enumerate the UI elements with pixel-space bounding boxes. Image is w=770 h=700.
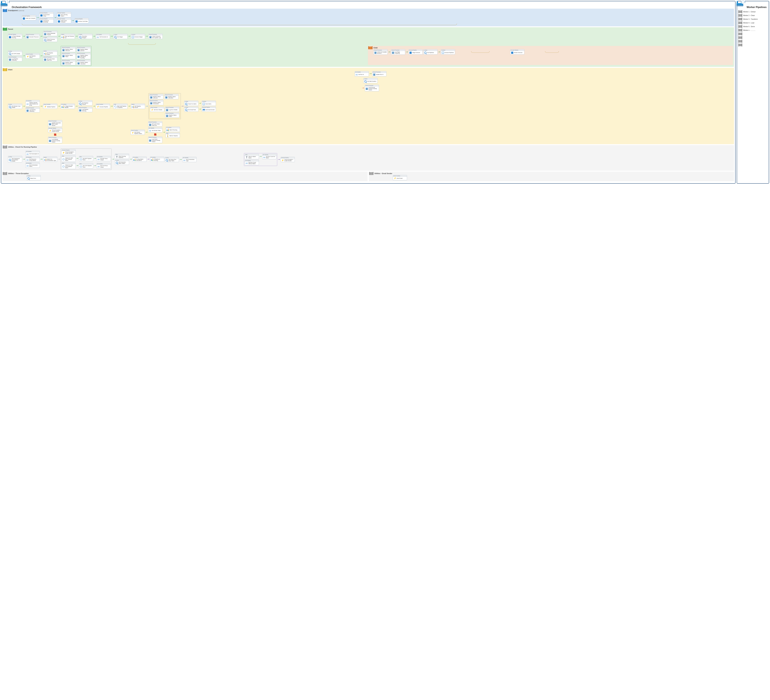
worker-pipelines-panel: ⟆ Worker Pipelines Worker 1 - Extract Wo… — [737, 1, 769, 184]
activity-is-target-valid[interactable]: If ConditionIs Target Worker Validate — [61, 104, 75, 109]
case-failed[interactable]: Stored ProcedurePipeline Status Failed — [61, 53, 76, 59]
activity-set-result[interactable]: SwitchSet Pipeline Result — [131, 104, 145, 109]
activity-set-orch-name[interactable]: Set Variable(x)Set Orchestrator Name — [26, 162, 40, 168]
case2-unknown[interactable]: Stored ProcedurePipeline Status Unknown — [149, 94, 163, 99]
activity-validate-pipe[interactable]: Azure Function⚡Validate Pipeline — [43, 104, 57, 109]
case2-cancelled[interactable]: Stored ProcedurePipeline Status Cancelle… — [164, 94, 178, 99]
activity-check-outcome[interactable]: Stored ProcedureCheck Outcome and Update… — [149, 34, 163, 39]
activity-check-meta[interactable]: Stored ProcedureCheck Metadata Integrity — [43, 31, 57, 36]
activity-call-email[interactable]: Execute PipelineCall Email Sender — [202, 107, 216, 112]
activity-get-query-days[interactable]: LookupGet Query Run Days Value — [165, 157, 179, 162]
batch-branch-group: FilterFilter for Batch Name Set Variable… — [244, 153, 277, 166]
activity-env-setup[interactable]: Execute PipelineEnvironment Setup — [39, 12, 53, 18]
activity-is-parent-running[interactable]: Execute PipelineIs Parent Already Runnin… — [8, 34, 22, 39]
activity-set-last-check-2[interactable]: Stored ProcedureSet Last Check DateTime — [148, 121, 162, 126]
activity-check-blockers[interactable]: Stored ProcedureCheck and Update Blocker… — [374, 49, 388, 55]
activity-archive[interactable]: Execute PipelineArchive Cold Data — [74, 18, 89, 23]
activity-throw-invalid[interactable]: Execute Pipeline⚡Throw Exception – Inval… — [48, 127, 62, 133]
activity-log-running[interactable]: Stored ProcedureLog Pipeline Running — [78, 107, 92, 112]
activity-update-invalid[interactable]: Stored ProcedureUpdate Execution With In… — [48, 120, 62, 127]
activity-wait-until[interactable]: UntilWait Until Pipeline Completes — [113, 104, 128, 109]
worker-item[interactable]: Worker n - ……… — [738, 28, 768, 32]
activity-raise-error[interactable]: LookupRaise Error — [26, 175, 40, 180]
activity-get-adf-runs[interactable]: WebGet ADF Pipeline Runs — [79, 156, 93, 161]
worker-item[interactable]: Worker 1 - Extract — [738, 10, 768, 13]
activity-update-run-id[interactable]: Stored ProcedureUpdate Run Id — [372, 71, 387, 76]
case-unknown[interactable]: Stored ProcedurePipeline Status Unknown — [61, 47, 76, 52]
activity-set-count-no-batch[interactable]: Set Variable(x)Set Run Count Without Bat… — [245, 160, 259, 165]
activity-bootstrap[interactable]: Execute PipelineFramework Bootstrap — [39, 18, 53, 23]
activity-get-wait-dur[interactable]: LookupGet Wait Duration — [364, 78, 378, 83]
activity-send-alerts[interactable]: ForEachSend Alerts — [202, 100, 216, 106]
activity-get-orch-details[interactable]: LookupGet Framework Orchestrator Details — [8, 156, 22, 162]
activity-check-adf-name[interactable]: WebCheck for Valid ADF Pipeline Name — [61, 155, 76, 162]
activity-exec-stages[interactable]: ForEachExecute Stages — [131, 34, 145, 39]
case-cancelled[interactable]: Stored ProcedurePipeline Status Cancelle… — [76, 60, 91, 65]
activity-throw-invalid-3[interactable]: Execute Pipeline⚡Throw Exception – Inval… — [281, 157, 295, 162]
activity-check-prev[interactable]: LookupCheck Previous Execution — [43, 37, 57, 42]
activity-get-exec-batch[interactable]: LookupGet Execution Batch Status — [115, 159, 129, 165]
activity-stage-executor[interactable]: Execute PipelineStage Executor — [409, 49, 423, 55]
activity-set-adf-out[interactable]: Set Variable(x)Set ADF Runs Output — [97, 156, 111, 161]
case-queued[interactable]: Stored ProcedurePipeline Status Queued — [76, 47, 91, 52]
activity-set-syn-out[interactable]: Set Variable(x)Set SYN Runs Output — [97, 163, 111, 169]
activity-log-exec-fail[interactable]: Stored ProcedureLog Execute Function Act… — [365, 85, 379, 91]
activity-set-orch-type[interactable]: Set Variable(x)Set Orchestrator Type — [182, 157, 196, 162]
activity-switch-orch[interactable]: SwitchSwitch For Orchestrator Type — [43, 157, 57, 162]
activity-exec-pipelines[interactable]: ForEachExecute Pipelines — [441, 49, 455, 55]
activity-check-alerts[interactable]: LookupCheck For Alerts — [184, 100, 198, 106]
section-util-email: Utilities – Email Sender Azure Function⚡… — [369, 172, 734, 181]
activity-set-rg-name[interactable]: Set Variable(x)Set Resource Group Name — [26, 157, 40, 162]
activity-log-validate-fail[interactable]: Stored ProcedureLog Validate Function Ac… — [48, 137, 62, 143]
activity-send-email[interactable]: Azure Function⚡Send Email — [393, 175, 407, 180]
activity-execute-pipe[interactable]: Azure Function⚡Execute Pipeline — [96, 104, 110, 109]
activity-set-worker-state[interactable]: Set Variable(x)Set Worker State — [148, 127, 162, 133]
activity-log-err-details[interactable]: Stored ProcedureLog Error Details — [165, 107, 179, 112]
activity-wait-if-running[interactable]: If ConditionWait If Running — [166, 126, 180, 132]
activity-if-running[interactable]: If ConditionIf Pipeline Is Running — [150, 157, 164, 162]
activity-set-run-id[interactable]: Set Variable(x)Set Run Id — [355, 71, 369, 76]
activity-log-stage-prep[interactable]: Stored ProcedureLog Stage Preparing — [391, 49, 405, 55]
activity-set-count-batch[interactable]: Set Variable(x)Set Run Count for Batch — [262, 154, 277, 159]
activity-wait-for-pipe[interactable]: WaitWait for Pipeline — [166, 133, 180, 138]
worker-item[interactable]: Worker 4 - Load — [738, 21, 768, 25]
activity-get-email-parts[interactable]: LookupGet Email Parts — [184, 107, 198, 112]
activity-get-pipe-status[interactable]: Azure Function⚡Get Pipeline Status — [26, 53, 40, 59]
section-label: Utilities – Email Sender — [374, 173, 392, 174]
activity-scale-up[interactable]: Execute PipelineScale Up Compute — [22, 15, 36, 20]
worker-item[interactable]: Worker 3 - Transform — [738, 17, 768, 21]
activity-sync[interactable]: Execute PipelineSync Serving Layers — [57, 12, 71, 18]
activity-get-params[interactable]: LookupGet Pipeline Params — [78, 100, 92, 106]
activity-set-pipe-status[interactable]: SwitchSet Pipeline Status — [43, 50, 57, 56]
case-succeeded[interactable]: Stored ProcedurePipeline Status Succeede… — [61, 60, 76, 65]
activity-get-worker-status[interactable]: Azure Function⚡Get Worker Pipeline Statu… — [131, 130, 145, 135]
case2-failed[interactable]: Stored ProcedurePipeline Status Failed — [165, 112, 179, 118]
case2-succeeded[interactable]: Stored ProcedurePipeline Status Succeede… — [149, 100, 163, 105]
activity-set-exec-id[interactable]: Set Variable(x)Set Execution Id — [96, 34, 110, 39]
worker-item[interactable]: Worker 5 - Serve — [738, 25, 768, 28]
activity-exec-precursor[interactable]: Stored ProcedureExecute Precursor — [26, 34, 40, 39]
activity-filter-running[interactable]: FilterFilter Running Pipelines — [115, 154, 129, 159]
activity-worker-executor[interactable]: Execute PipelineWorker Executor — [510, 49, 524, 55]
activity-check-syn-name[interactable]: WebCheck for Valid SYN Pipeline Name — [61, 162, 76, 169]
case-inprogress[interactable]: Stored ProcedurePipeline Status InProgre… — [76, 53, 91, 59]
activity-capture-array[interactable]: Set Variable(x)Capture Worker Core Detai… — [26, 100, 40, 107]
activity-set-sub-id[interactable]: Set Variable(x)Set Subscription Id — [26, 151, 40, 156]
activity-get-spn[interactable]: LookupGet SPN Details — [8, 50, 22, 56]
activity-exec-wrapper[interactable]: LookupExecution Wrapper — [78, 34, 92, 39]
activity-get-worker-core[interactable]: LookupGet Worker Core Details — [8, 104, 22, 109]
activity-log-validating[interactable]: Stored ProcedureLog Pipeline Validating — [26, 107, 40, 112]
activity-get-stages[interactable]: LookupGet Stages — [113, 34, 128, 39]
activity-throw-invalid-2[interactable]: Execute Pipeline⚡Throw Exception – Inval… — [61, 149, 76, 155]
activity-get-syn-runs[interactable]: WebGet SYN Pipeline Runs — [79, 163, 93, 169]
activity-get-pipelines[interactable]: LookupGet Pipelines — [423, 49, 437, 55]
activity-log-checking[interactable]: Stored ProcedureLog Pipeline Checking — [8, 56, 22, 62]
activity-cleanup[interactable]: SwitchClean Up Previous Run — [61, 34, 75, 39]
activity-log-check-fail[interactable]: Stored ProcedureLog Check Function Activ… — [148, 136, 162, 143]
activity-get-err-details[interactable]: Azure Function⚡Get Error Details — [150, 107, 164, 112]
worker-item[interactable]: Worker 2 - Clean — [738, 13, 768, 17]
activity-filter-batch[interactable]: FilterFilter for Batch Name — [245, 154, 259, 159]
activity-if-batch[interactable]: If ConditionIf Using Batch Executions — [133, 157, 147, 162]
activity-set-last-check[interactable]: Stored ProcedureSet Last Check DateTime — [43, 56, 57, 62]
activity-scale-down[interactable]: Execute PipelineScale Down Compute — [57, 18, 71, 23]
